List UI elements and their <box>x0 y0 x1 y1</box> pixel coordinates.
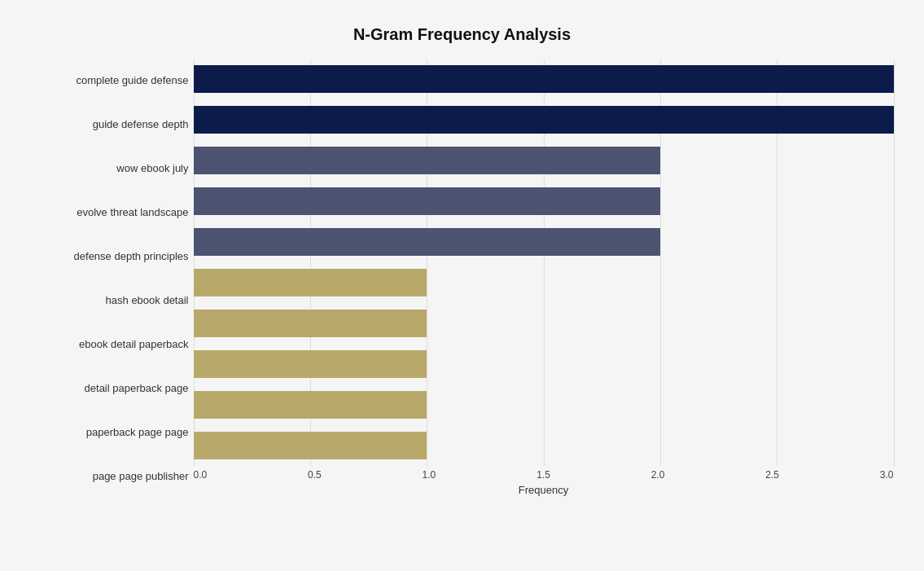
bar <box>194 269 427 296</box>
chart-body: complete guide defenseguide defense dept… <box>31 59 894 499</box>
chart-title: N-Gram Frequency Analysis <box>31 25 894 44</box>
bar <box>194 432 427 459</box>
y-label: ebook detail paperback <box>31 323 189 366</box>
plot-area: 0.00.51.01.52.02.53.0 Frequency <box>194 59 894 499</box>
y-label: evolve threat landscape <box>31 191 189 234</box>
y-label: wow ebook july <box>31 147 189 190</box>
y-label: detail paperback page <box>31 367 189 410</box>
y-label: page page publisher <box>31 455 189 498</box>
bar <box>194 228 660 256</box>
bar <box>194 147 660 174</box>
y-axis: complete guide defenseguide defense dept… <box>31 59 194 499</box>
bar-row <box>194 183 894 219</box>
x-tick: 3.0 <box>880 469 894 481</box>
x-tick: 1.5 <box>536 469 550 481</box>
bar-row <box>194 102 894 138</box>
grid-and-bars <box>194 59 894 466</box>
bar <box>194 350 427 378</box>
y-label: complete guide defense <box>31 59 189 102</box>
x-axis-label: Frequency <box>194 484 894 496</box>
bars-wrapper <box>194 59 894 466</box>
x-tick: 0.5 <box>308 469 322 481</box>
y-label: guide defense depth <box>31 103 189 146</box>
grid-line <box>894 59 895 466</box>
x-tick: 1.0 <box>423 469 436 481</box>
bar-row <box>194 428 894 463</box>
bar-row <box>194 224 894 260</box>
bar <box>194 310 427 337</box>
x-tick: 0.0 <box>194 469 208 481</box>
bar-row <box>194 61 894 97</box>
chart-container: N-Gram Frequency Analysis complete guide… <box>15 9 910 563</box>
bar <box>194 187 660 215</box>
x-axis: 0.00.51.01.52.02.53.0 Frequency <box>194 466 894 499</box>
bar <box>194 106 894 134</box>
bar <box>194 65 894 93</box>
bar <box>194 391 427 419</box>
x-tick: 2.0 <box>651 469 665 481</box>
y-label: defense depth principles <box>31 235 189 278</box>
bar-row <box>194 143 894 178</box>
x-tick: 2.5 <box>765 469 779 481</box>
bar-row <box>194 346 894 382</box>
bar-row <box>194 305 894 341</box>
y-label: paperback page page <box>31 411 189 454</box>
bar-row <box>194 387 894 423</box>
bar-row <box>194 265 894 301</box>
y-label: hash ebook detail <box>31 279 189 322</box>
